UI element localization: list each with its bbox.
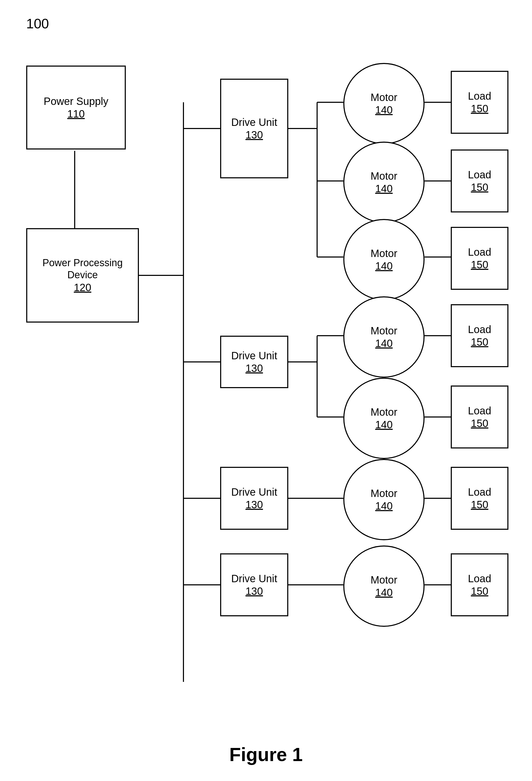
load-6-box: Load 150 (451, 467, 508, 530)
load-7-number: 150 (471, 585, 488, 598)
drive-unit-1-number: 130 (246, 128, 263, 141)
figure-ref-label: 100 (26, 16, 49, 32)
motor-6-circle: Motor 140 (343, 459, 425, 540)
drive-unit-4-box: Drive Unit 130 (220, 553, 288, 616)
load-2-number: 150 (471, 181, 488, 194)
load-4-number: 150 (471, 336, 488, 348)
motor-5-circle: Motor 140 (343, 378, 425, 459)
motor-2-title: Motor (370, 170, 397, 182)
power-supply-box: Power Supply 110 (26, 66, 126, 150)
load-6-title: Load (468, 486, 491, 498)
motor-3-number: 140 (375, 260, 393, 272)
drive-unit-3-number: 130 (246, 498, 263, 511)
load-3-title: Load (468, 246, 491, 258)
drive-unit-4-number: 130 (246, 585, 263, 598)
drive-unit-4-title: Drive Unit (231, 572, 277, 585)
load-5-title: Load (468, 404, 491, 417)
motor-3-circle: Motor 140 (343, 219, 425, 300)
motor-1-circle: Motor 140 (343, 63, 425, 144)
motor-7-circle: Motor 140 (343, 545, 425, 627)
drive-unit-2-box: Drive Unit 130 (220, 336, 288, 388)
motor-6-title: Motor (370, 487, 397, 500)
drive-unit-3-title: Drive Unit (231, 486, 277, 498)
power-processing-title: Power Processing Device (27, 257, 138, 281)
motor-5-number: 140 (375, 418, 393, 431)
motor-7-title: Motor (370, 574, 397, 586)
diagram-container: 100 (0, 0, 532, 781)
motor-2-number: 140 (375, 182, 393, 195)
power-processing-box: Power Processing Device 120 (26, 228, 139, 323)
load-5-box: Load 150 (451, 385, 508, 448)
load-4-box: Load 150 (451, 304, 508, 367)
load-5-number: 150 (471, 417, 488, 429)
drive-unit-2-number: 130 (246, 362, 263, 374)
load-4-title: Load (468, 323, 491, 336)
motor-4-circle: Motor 140 (343, 296, 425, 378)
motor-5-title: Motor (370, 406, 397, 418)
drive-unit-1-title: Drive Unit (231, 116, 277, 128)
load-6-number: 150 (471, 498, 488, 511)
motor-6-number: 140 (375, 500, 393, 512)
figure-caption: Figure 1 (0, 744, 532, 765)
load-3-box: Load 150 (451, 227, 508, 290)
drive-unit-3-box: Drive Unit 130 (220, 467, 288, 530)
motor-2-circle: Motor 140 (343, 141, 425, 223)
motor-1-title: Motor (370, 91, 397, 104)
load-3-number: 150 (471, 258, 488, 271)
motor-4-title: Motor (370, 324, 397, 337)
drive-unit-2-title: Drive Unit (231, 349, 277, 362)
load-7-title: Load (468, 572, 491, 585)
load-1-number: 150 (471, 102, 488, 115)
load-1-box: Load 150 (451, 71, 508, 134)
load-1-title: Load (468, 90, 491, 102)
motor-3-title: Motor (370, 247, 397, 260)
load-2-title: Load (468, 168, 491, 181)
load-2-box: Load 150 (451, 150, 508, 212)
power-supply-number: 110 (68, 108, 85, 120)
power-supply-title: Power Supply (44, 95, 108, 108)
motor-7-number: 140 (375, 586, 393, 599)
motor-4-number: 140 (375, 337, 393, 350)
power-processing-number: 120 (74, 281, 91, 294)
drive-unit-1-box: Drive Unit 130 (220, 79, 288, 178)
load-7-box: Load 150 (451, 553, 508, 616)
motor-1-number: 140 (375, 104, 393, 116)
